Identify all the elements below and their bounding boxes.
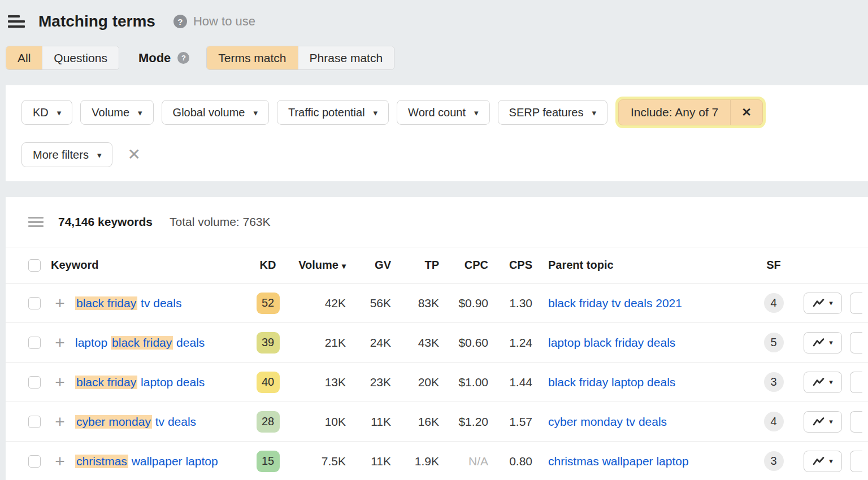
column-sf[interactable]: SF [753,259,795,272]
cps-cell: 1.24 [488,336,532,350]
sort-desc-icon: ▾ [342,261,346,270]
add-to-list-icon[interactable]: + [53,454,67,469]
include-filter-chip[interactable]: Include: Any of 7 ✕ [618,99,763,125]
trend-chart-button[interactable]: ▾ [804,451,842,472]
column-parent-topic[interactable]: Parent topic [532,259,753,272]
gv-cell: 11K [346,455,391,468]
row-checkbox[interactable] [28,416,41,428]
keyword-link[interactable]: black friday tv deals [75,296,251,310]
keyword-term: deals [173,336,205,349]
filter-traffic-potential[interactable]: Traffic potential▾ [277,100,389,125]
table-row: + black friday laptop deals 40 13K 23K 2… [6,363,868,402]
table-row: + cyber monday tv deals 28 10K 11K 16K $… [6,402,868,442]
add-to-list-icon[interactable]: + [53,335,67,350]
keyword-link[interactable]: black friday laptop deals [75,376,251,389]
trend-chart-button[interactable]: ▾ [804,372,842,393]
sf-cell: 5 [753,333,795,352]
tab-all[interactable]: All [6,46,42,69]
cutoff-button[interactable] [850,332,862,354]
question-mark-icon: ? [173,15,187,28]
add-to-list-icon[interactable]: + [53,296,67,311]
kd-badge: 15 [257,451,280,472]
filter-more-filters[interactable]: More filters ▾ [21,142,112,167]
serp-features-badge[interactable]: 3 [764,451,784,471]
tab-questions[interactable]: Questions [42,46,119,69]
cutoff-button[interactable] [850,411,862,433]
trend-line-icon [813,456,824,466]
kd-cell: 52 [251,293,285,314]
keyword-highlighted-term: christmas [75,455,128,468]
cutoff-button[interactable] [850,293,862,314]
parent-topic-link[interactable]: black friday tv deals 2021 [548,296,682,309]
trend-chart-button[interactable]: ▾ [804,411,842,433]
trend-chart-button[interactable]: ▾ [804,332,842,354]
tab-phrase-match[interactable]: Phrase match [298,46,394,69]
mode-help-icon[interactable]: ? [177,52,189,64]
select-all-checkbox[interactable] [28,259,41,272]
keyword-term: laptop [75,336,111,349]
filter-kd[interactable]: KD▾ [21,100,72,125]
filter-global-volume[interactable]: Global volume▾ [162,100,269,125]
parent-topic-link[interactable]: cyber monday tv deals [548,415,667,428]
column-volume[interactable]: Volume▾ [285,259,346,272]
filter-label: Global volume [173,106,245,119]
row-checkbox[interactable] [28,297,41,309]
cutoff-button[interactable] [850,451,862,472]
serp-features-badge[interactable]: 4 [764,293,784,313]
parent-topic-cell: black friday laptop deals [532,376,753,389]
list-options-icon[interactable] [28,217,44,228]
column-cpc[interactable]: CPC [439,259,488,272]
column-cps[interactable]: CPS [488,259,532,272]
tab-terms-match[interactable]: Terms match [207,46,297,69]
add-to-list-icon[interactable]: + [53,414,67,429]
parent-topic-cell: laptop black friday deals [532,336,753,350]
include-filter-remove-icon[interactable]: ✕ [730,100,762,125]
filter-word-count[interactable]: Word count▾ [397,100,489,125]
gv-cell: 24K [346,336,391,350]
kd-cell: 40 [251,372,285,393]
volume-cell: 7.5K [285,455,346,468]
serp-features-badge[interactable]: 4 [764,412,784,431]
parent-topic-link[interactable]: laptop black friday deals [548,336,675,349]
serp-features-badge[interactable]: 5 [764,333,784,352]
column-kd[interactable]: KD [251,259,285,272]
kd-cell: 28 [251,411,285,433]
parent-topic-link[interactable]: christmas wallpaper laptop [548,455,689,468]
filter-volume[interactable]: Volume▾ [80,100,153,125]
filter-label: KD [33,106,49,119]
filter-row-1: KD▾Volume▾Global volume▾Traffic potentia… [21,99,868,125]
chevron-down-icon: ▾ [829,299,833,307]
row-checkbox[interactable] [28,376,41,389]
gv-cell: 56K [346,296,391,310]
tp-cell: 43K [391,336,439,350]
keyword-link[interactable]: cyber monday tv deals [75,415,251,429]
filter-label: Volume [92,106,129,119]
sf-cell: 4 [753,412,795,431]
table-header: Keyword KD Volume▾ GV TP CPC CPS Parent … [6,247,868,283]
cps-cell: 0.80 [488,455,532,468]
chevron-down-icon: ▾ [374,108,378,117]
row-checkbox[interactable] [28,455,41,468]
clear-filters-icon[interactable]: ✕ [127,147,140,163]
page-title: Matching terms [38,12,155,30]
column-tp[interactable]: TP [391,259,439,272]
parent-topic-link[interactable]: black friday laptop deals [548,376,675,389]
keyword-link[interactable]: christmas wallpaper laptop [75,455,251,468]
serp-features-badge[interactable]: 3 [764,372,784,392]
how-to-use[interactable]: ? How to use [173,14,255,29]
parent-topic-cell: christmas wallpaper laptop [532,455,753,468]
menu-icon[interactable] [8,15,25,28]
kd-cell: 15 [251,451,285,472]
trend-chart-button[interactable]: ▾ [804,293,842,314]
filter-row-2: More filters ▾ ✕ [21,142,868,167]
filter-serp-features[interactable]: SERP features▾ [498,100,607,125]
gv-cell: 23K [346,376,391,389]
keyword-link[interactable]: laptop black friday deals [75,336,251,350]
column-gv[interactable]: GV [346,259,391,272]
row-checkbox[interactable] [28,337,41,349]
chevron-down-icon: ▾ [829,418,833,425]
table-toolbar: 74,146 keywords Total volume: 763K [6,197,868,247]
add-to-list-icon[interactable]: + [53,375,67,390]
column-keyword[interactable]: Keyword [51,259,251,272]
cutoff-button[interactable] [850,372,862,393]
